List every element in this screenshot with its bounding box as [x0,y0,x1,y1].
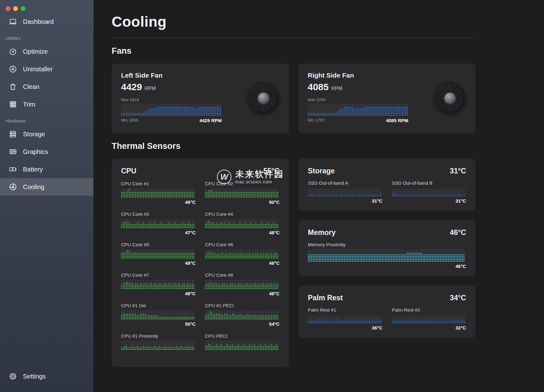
sidebar-item-clean[interactable]: Clean [0,78,93,95]
sidebar-item-label: Battery [23,166,43,173]
sensor-cpu-core-7: CPU Core #7 48°C [121,272,196,297]
sensor-temp: 49°C [121,260,196,266]
card-title: Palm Rest [308,294,343,302]
sidebar-section-hardware: Hardware [0,113,93,125]
sidebar-item-graphics[interactable]: Graphics [0,143,93,161]
sensor-temp: 32°C [392,325,466,331]
close-button[interactable] [6,6,10,11]
thermal-heading: Thermal Sensors [112,141,475,151]
card-temp: 31°C [450,167,466,175]
sidebar-item-trim[interactable]: Trim [0,95,93,113]
sidebar-item-label: Uninstaller [23,66,53,73]
sensor-chart [121,188,196,198]
sensor-chart [205,219,280,228]
sidebar-item-battery[interactable]: Battery [0,161,93,178]
sensor-ssd-a: SSD Out-of-band A 31°C [308,180,382,204]
sidebar-item-label: Storage [23,131,45,138]
gauge-icon [8,47,18,56]
sidebar-item-label: Clean [23,83,39,90]
page-title: Cooling [112,13,475,30]
card-title: Storage [308,167,335,175]
sensor-label: CPU Core #1 [121,181,196,186]
fan-illustration [247,82,280,114]
sensor-chart [121,249,196,259]
fan-rpm-unit: RPM [145,86,156,91]
sensor-chart [121,280,196,289]
main-content: Cooling Fans Left Side Fan 4429 RPM Max … [94,0,544,392]
sensor-label: CPU #1 PECI [205,303,280,308]
sensor-chart [308,249,466,262]
sidebar-item-label: Settings [23,373,46,380]
sensor-label: CPU Core #6 [205,242,280,247]
trash-icon [8,82,18,91]
sensor-chart [205,188,280,198]
sensor-temp: 50°C [205,199,280,205]
fan-min-label: Min 1836 [121,118,138,123]
laptop-icon [8,17,18,26]
sidebar-item-label: Graphics [23,148,48,155]
fan-history-chart [308,103,408,116]
sensor-memory-proximity: Memory Proximity 46°C [308,242,466,269]
sensor-chart [308,315,382,324]
fan-rpm-unit: RPM [331,86,342,91]
fan-rpm-value: 4085 [308,82,329,92]
sensor-temp: 31°C [308,198,382,204]
fan-rpm-value: 4429 [121,82,142,92]
sidebar-item-dashboard[interactable]: Dashboard [0,13,93,30]
sensor-label: CPU Core #7 [121,272,196,278]
sidebar-item-uninstaller[interactable]: Uninstaller [0,60,93,78]
sidebar-item-optimize[interactable]: Optimize [0,43,93,60]
battery-icon [8,165,18,174]
sidebar-item-label: Cooling [23,183,44,191]
sensor-cpu-core-5: CPU Core #5 49°C [121,242,196,266]
fan-current-rpm: 4429 RPM [199,118,222,123]
fan-current-rpm: 4085 RPM [386,118,408,123]
sensor-label: CPU Core #2 [205,181,280,186]
palmrest-sensors-card: Palm Rest 34°C Palm Rest #1 36°C Palm Re… [298,286,475,338]
sidebar-section-utilities: Utilities [0,30,93,43]
sensor-cpu-core-1: CPU Core #1 49°C [121,181,196,205]
fan-max-label: Max 5616 [121,97,222,102]
sidebar-item-settings[interactable]: Settings [0,368,93,385]
fan-name: Right Side Fan [308,72,408,79]
sensor-label: Memory Proximity [308,242,466,247]
sensor-label: CPU Core #5 [121,242,196,247]
sensor-temp: 55°C [121,321,196,327]
sensor-ssd-b: SSD Out-of-band B 31°C [392,180,466,204]
minimize-button[interactable] [13,6,18,11]
fan-illustration [434,82,466,114]
zoom-button[interactable] [21,6,25,11]
sensor-label: CPU #1 Proximity [121,333,196,339]
sidebar-item-label: Optimize [23,48,48,55]
sensor-temp: 31°C [392,198,466,204]
sidebar-item-label: Trim [23,101,35,108]
sensor-temp [205,352,280,357]
sidebar-item-label: Dashboard [23,18,54,25]
memory-sensors-card: Memory 46°C Memory Proximity 46°C [298,220,475,276]
sensor-cpu-peci: CPU PECI [205,333,280,357]
sidebar: Dashboard Utilities Optimize Uninstaller… [0,0,94,392]
sensor-cpu-peci-1: CPU #1 PECI 54°C [205,303,280,327]
fan-card-right: Right Side Fan 4085 RPM Max 5200 Min 170… [298,63,476,133]
fan-min-label: Min 1700 [308,118,325,123]
sidebar-item-cooling[interactable]: Cooling [0,178,93,196]
sensor-label: CPU Core #3 [121,211,196,217]
card-title: Memory [308,228,336,237]
sensor-label: CPU Core #8 [205,272,280,278]
fan-history-chart [121,103,222,116]
sensor-cpu-die: CPU #1 Die 55°C [121,303,196,327]
sensor-cpu-core-3: CPU Core #3 47°C [121,211,196,236]
sensor-temp [121,352,196,357]
sensor-chart [121,310,196,320]
sensor-label: Palm Rest #1 [308,307,382,313]
sensor-chart [205,249,280,259]
card-temp: 55°C [264,167,280,175]
sensor-cpu-core-8: CPU Core #8 48°C [205,272,280,297]
sensor-chart [121,341,196,350]
card-temp: 46°C [450,228,466,237]
sensor-temp: 36°C [308,325,382,331]
sensor-palmrest-2: Palm Rest #2 32°C [392,307,466,331]
sensor-cpu-proximity: CPU #1 Proximity [121,333,196,357]
sidebar-item-storage[interactable]: Storage [0,125,93,143]
cpu-sensors-card: CPU 55°C CPU Core #1 49°C CPU Core #2 50… [112,159,289,367]
